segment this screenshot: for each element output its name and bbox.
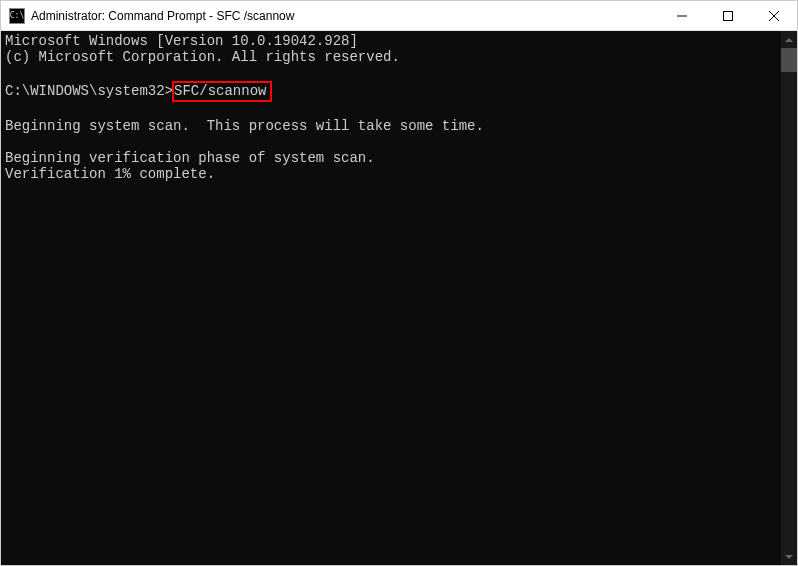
prompt-prefix: C:\WINDOWS\system32> xyxy=(5,83,173,99)
output-line: (c) Microsoft Corporation. All rights re… xyxy=(5,49,400,65)
window-title: Administrator: Command Prompt - SFC /sca… xyxy=(31,9,659,23)
terminal-wrapper: Microsoft Windows [Version 10.0.19042.92… xyxy=(1,31,797,565)
close-button[interactable] xyxy=(751,1,797,30)
output-line: Microsoft Windows [Version 10.0.19042.92… xyxy=(5,33,358,49)
titlebar[interactable]: C:\ Administrator: Command Prompt - SFC … xyxy=(1,1,797,31)
chevron-down-icon xyxy=(785,555,793,559)
scroll-thumb[interactable] xyxy=(781,48,797,72)
command-text: SFC/scannow xyxy=(174,83,266,99)
window-controls xyxy=(659,1,797,30)
terminal-output[interactable]: Microsoft Windows [Version 10.0.19042.92… xyxy=(1,31,781,565)
minimize-button[interactable] xyxy=(659,1,705,30)
scroll-down-button[interactable] xyxy=(781,548,797,565)
scroll-up-button[interactable] xyxy=(781,31,797,48)
svg-rect-1 xyxy=(724,11,733,20)
command-highlight: SFC/scannow xyxy=(172,81,272,102)
output-line: Beginning verification phase of system s… xyxy=(5,150,375,166)
cmd-icon: C:\ xyxy=(9,8,25,24)
chevron-up-icon xyxy=(785,38,793,42)
output-line: Beginning system scan. This process will… xyxy=(5,118,484,134)
maximize-button[interactable] xyxy=(705,1,751,30)
output-line: Verification 1% complete. xyxy=(5,166,215,182)
minimize-icon xyxy=(677,11,687,21)
scrollbar[interactable] xyxy=(781,31,797,565)
maximize-icon xyxy=(723,11,733,21)
close-icon xyxy=(769,11,779,21)
